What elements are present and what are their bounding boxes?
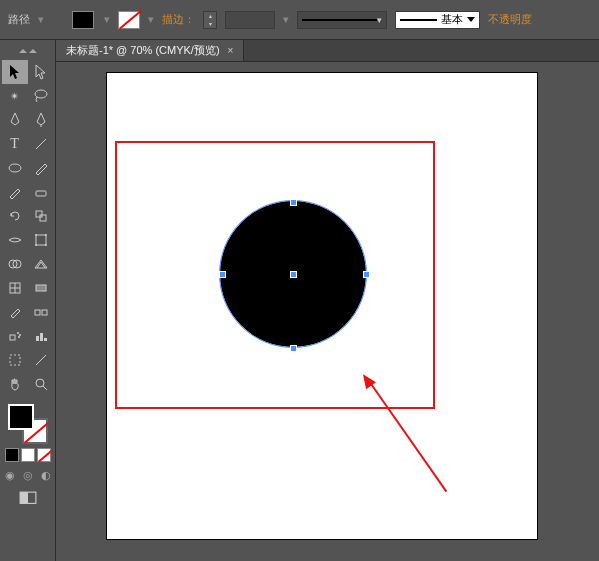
rotate-tool[interactable]	[2, 204, 28, 228]
path-mode-label[interactable]: 路径	[8, 12, 30, 27]
width-tool[interactable]	[2, 228, 28, 252]
anchor-right[interactable]	[363, 271, 370, 278]
free-transform-tool[interactable]	[28, 228, 54, 252]
svg-rect-19	[10, 335, 15, 340]
magic-wand-tool[interactable]: ✴	[2, 84, 28, 108]
stroke-profile-label: 基本	[441, 12, 463, 27]
artboard[interactable]	[106, 72, 538, 540]
pencil-tool[interactable]	[2, 180, 28, 204]
svg-rect-24	[40, 333, 43, 341]
stroke-label: 描边：	[162, 12, 195, 27]
anchor-left[interactable]	[219, 271, 226, 278]
svg-point-7	[35, 234, 37, 236]
curvature-tool[interactable]	[28, 108, 54, 132]
stroke-profile-dropdown[interactable]: 基本	[395, 11, 480, 29]
svg-rect-25	[44, 338, 47, 341]
stroke-color-swatch[interactable]	[118, 11, 140, 29]
svg-rect-26	[10, 355, 20, 365]
svg-point-27	[36, 379, 44, 387]
slice-tool[interactable]	[28, 348, 54, 372]
document-tab-bar: 未标题-1* @ 70% (CMYK/预览) ×	[56, 40, 599, 62]
anchor-top[interactable]	[290, 199, 297, 206]
svg-rect-18	[42, 310, 47, 315]
gradient-tool[interactable]	[28, 276, 54, 300]
tools-collapse-icon[interactable]	[0, 46, 55, 56]
tools-panel: ✴ T	[0, 40, 56, 561]
blend-tool[interactable]	[28, 300, 54, 324]
color-mode-row	[5, 448, 51, 462]
draw-mode-row: ◉ ◎ ◐	[3, 468, 53, 482]
tab-close-icon[interactable]: ×	[228, 45, 234, 56]
swatch-none[interactable]	[37, 448, 51, 462]
screen-mode-toggle[interactable]	[18, 490, 38, 506]
document-tab[interactable]: 未标题-1* @ 70% (CMYK/预览) ×	[56, 40, 244, 61]
document-tab-title: 未标题-1* @ 70% (CMYK/预览)	[66, 43, 220, 58]
svg-point-2	[9, 164, 21, 172]
eraser-tool[interactable]	[28, 180, 54, 204]
svg-rect-23	[36, 336, 39, 341]
symbol-sprayer-tool[interactable]	[2, 324, 28, 348]
svg-point-8	[45, 234, 47, 236]
svg-rect-5	[40, 215, 46, 221]
svg-point-21	[19, 334, 21, 336]
svg-rect-6	[36, 235, 46, 245]
zoom-tool[interactable]	[28, 372, 54, 396]
svg-line-1	[36, 139, 46, 149]
opacity-label: 不透明度	[488, 12, 532, 27]
hand-tool[interactable]	[2, 372, 28, 396]
ellipse-tool[interactable]	[2, 156, 28, 180]
svg-point-20	[17, 332, 19, 334]
shape-builder-tool[interactable]	[2, 252, 28, 276]
svg-point-22	[18, 336, 20, 338]
paintbrush-tool[interactable]	[28, 156, 54, 180]
canvas-viewport[interactable]	[56, 62, 599, 561]
svg-rect-30	[20, 492, 28, 503]
column-graph-tool[interactable]	[28, 324, 54, 348]
swatch-black[interactable]	[5, 448, 19, 462]
svg-rect-17	[35, 310, 40, 315]
anchor-bottom[interactable]	[290, 345, 297, 352]
scale-tool[interactable]	[28, 204, 54, 228]
mesh-tool[interactable]	[2, 276, 28, 300]
draw-normal-icon[interactable]: ◉	[3, 468, 17, 482]
direct-selection-tool[interactable]	[28, 60, 54, 84]
anchor-center[interactable]	[290, 271, 297, 278]
perspective-grid-tool[interactable]	[28, 252, 54, 276]
fill-stroke-indicator[interactable]	[8, 404, 48, 444]
swatch-white[interactable]	[21, 448, 35, 462]
svg-rect-4	[36, 211, 42, 217]
line-tool[interactable]	[28, 132, 54, 156]
artboard-tool[interactable]	[2, 348, 28, 372]
draw-inside-icon[interactable]: ◐	[39, 468, 53, 482]
lasso-tool[interactable]	[28, 84, 54, 108]
stroke-weight-field[interactable]	[225, 11, 275, 29]
pen-tool[interactable]	[2, 108, 28, 132]
stroke-dash-dropdown[interactable]: ▾	[297, 11, 387, 29]
type-tool[interactable]: T	[2, 132, 28, 156]
svg-point-9	[35, 244, 37, 246]
svg-point-0	[35, 90, 47, 98]
selection-tool[interactable]	[2, 60, 28, 84]
eyedropper-tool[interactable]	[2, 300, 28, 324]
stroke-weight-stepper[interactable]: ▴▾	[203, 11, 217, 29]
draw-behind-icon[interactable]: ◎	[21, 468, 35, 482]
svg-rect-16	[36, 285, 46, 291]
svg-point-10	[45, 244, 47, 246]
options-bar: 路径 ▾ ▾ ▾ 描边： ▴▾ ▾ ▾ 基本 不透明度	[0, 0, 599, 40]
svg-rect-3	[36, 191, 46, 196]
fill-color-swatch[interactable]	[72, 11, 94, 29]
svg-line-28	[43, 386, 47, 390]
